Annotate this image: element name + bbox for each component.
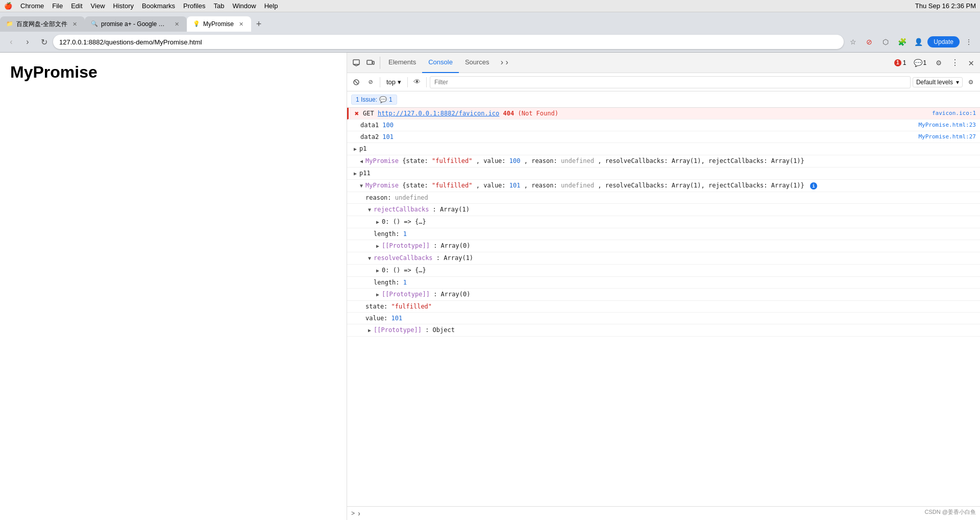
resolvecallbacks-0-toggle[interactable]: [374, 266, 382, 275]
issue-icon: 💬: [379, 96, 387, 103]
device-toolbar-icon[interactable]: [364, 57, 377, 69]
p11-detail-toggle[interactable]: [357, 181, 365, 191]
close-devtools-button[interactable]: ✕: [964, 55, 978, 70]
tree-rejectcallbacks-proto-content: [[Prototype]] : Array(0): [382, 241, 976, 250]
console-log-p1: p1: [347, 143, 980, 155]
tab-close-baidu[interactable]: ✕: [70, 20, 79, 28]
page-content: MyPromise: [0, 53, 347, 520]
p1-detail-toggle[interactable]: [357, 156, 365, 166]
tree-value-content: value: 101: [365, 314, 976, 323]
menu-icon[interactable]: ⋮: [962, 35, 976, 49]
update-button[interactable]: Update: [927, 36, 960, 48]
apple-menu[interactable]: 🍎: [4, 2, 12, 10]
tab-close-google[interactable]: ✕: [173, 20, 181, 28]
log-p11-content: p11: [359, 169, 976, 178]
tree-rejectcallbacks-proto: [[Prototype]] : Array(0): [347, 240, 980, 252]
system-time: Thu Sep 16 2:36 PM: [915, 2, 976, 10]
log-p11-label: p11: [359, 170, 371, 177]
profile-icon[interactable]: 👤: [911, 35, 925, 49]
browser-chrome: 📁 百度网盘-全部文件 ✕ 🔍 promise a+ - Google 搜索 ✕…: [0, 12, 980, 53]
default-levels-selector[interactable]: Default levels ▾: [913, 77, 963, 87]
tab-title-baidu: 百度网盘-全部文件: [16, 20, 67, 29]
bookmark-icon[interactable]: ☆: [846, 35, 860, 49]
tree-value: value: 101: [347, 313, 980, 324]
menu-file[interactable]: File: [52, 2, 63, 10]
tree-rejectcallbacks-0-content: 0: () => {…}: [382, 217, 976, 226]
back-button[interactable]: ‹: [4, 35, 18, 49]
menu-history[interactable]: History: [113, 2, 134, 10]
resolvecallbacks-toggle[interactable]: [365, 253, 374, 263]
address-input[interactable]: [53, 35, 844, 49]
tree-resolvecallbacks-proto-content: [[Prototype]] : Array(0): [382, 290, 976, 299]
info-icon[interactable]: i: [810, 182, 817, 190]
tab-google[interactable]: 🔍 promise a+ - Google 搜索 ✕: [85, 16, 187, 32]
svg-rect-1: [367, 60, 372, 64]
log-data2-label: data2: [360, 133, 382, 140]
new-tab-button[interactable]: +: [251, 16, 266, 32]
eye-icon[interactable]: 👁: [411, 76, 423, 88]
menu-bookmarks[interactable]: Bookmarks: [142, 2, 175, 10]
password-icon[interactable]: ⊘: [862, 35, 876, 49]
refresh-button[interactable]: ↻: [37, 35, 51, 49]
context-selector[interactable]: top ▾: [383, 77, 404, 87]
console-settings-icon[interactable]: ⚙: [965, 76, 977, 88]
block-icon[interactable]: ⊘: [364, 76, 377, 88]
rejectcallbacks-0-toggle[interactable]: [374, 217, 382, 227]
tree-reason: reason: undefined: [347, 192, 980, 204]
more-options-icon[interactable]: ⋮: [948, 56, 962, 70]
filter-input[interactable]: [430, 76, 911, 88]
resolvecallbacks-proto-toggle[interactable]: [374, 290, 382, 299]
rejectcallbacks-toggle[interactable]: [365, 205, 374, 215]
rejectcallbacks-proto-toggle[interactable]: [374, 241, 382, 251]
error-icon: ✖: [353, 109, 361, 118]
address-right: ☆ ⊘ ⬡ 🧩 👤 Update ⋮: [846, 35, 976, 49]
tree-rejectcallbacks-length: length: 1: [347, 228, 980, 240]
forward-button[interactable]: ›: [20, 35, 35, 49]
tree-state: state: "fulfilled": [347, 301, 980, 313]
p11-toggle[interactable]: [351, 169, 359, 178]
more-tabs-button[interactable]: ››: [496, 58, 513, 67]
clear-console-icon[interactable]: [350, 76, 362, 88]
devtools-header: Elements Console Sources ›› 1 1 💬 1 ⚙ ⋮ …: [347, 53, 980, 73]
issue-count-badge[interactable]: 1 Issue: 💬 1: [351, 94, 397, 105]
error-get-label: GET: [363, 110, 378, 117]
extension-icon[interactable]: 🧩: [895, 35, 909, 49]
error-url[interactable]: http://127.0.0.1:8882/favicon.ico: [378, 110, 499, 117]
devtools-header-right: 1 1 💬 1 ⚙ ⋮ ✕: [891, 55, 978, 70]
issue-label: 1 Issue:: [356, 96, 377, 103]
console-log-data2: data2 101 MyPromise.html:27: [347, 131, 980, 143]
console-output[interactable]: ✖ GET http://127.0.0.1:8882/favicon.ico …: [347, 108, 980, 506]
tab-baidu[interactable]: 📁 百度网盘-全部文件 ✕: [0, 16, 85, 32]
log-data2-location[interactable]: MyPromise.html:27: [914, 132, 976, 141]
menu-profiles[interactable]: Profiles: [183, 2, 205, 10]
settings-icon[interactable]: ⚙: [932, 56, 946, 70]
menu-edit[interactable]: Edit: [71, 2, 82, 10]
watermark: CSDN @姜香小白鱼: [925, 508, 976, 516]
tab-sources[interactable]: Sources: [459, 53, 496, 73]
log-data1-value: 100: [382, 122, 394, 129]
console-log-p11: p11: [347, 168, 980, 180]
error-count: 1: [903, 59, 906, 66]
tab-elements[interactable]: Elements: [382, 53, 422, 73]
p1-toggle[interactable]: [351, 144, 359, 154]
menu-help[interactable]: Help: [264, 2, 278, 10]
menu-view[interactable]: View: [91, 2, 105, 10]
warn-badge[interactable]: 💬 1: [911, 58, 929, 67]
log-data1-location[interactable]: MyPromise.html:23: [914, 121, 976, 130]
menu-tab[interactable]: Tab: [213, 2, 224, 10]
translate-icon[interactable]: ⬡: [878, 35, 893, 49]
error-badge[interactable]: 1 1: [891, 58, 910, 67]
p1-detail-content: MyPromise {state: "fulfilled" , value: 1…: [365, 156, 976, 166]
console-p1-detail: MyPromise {state: "fulfilled" , value: 1…: [347, 155, 980, 168]
tree-rejectcallbacks: rejectCallbacks : Array(1): [347, 204, 980, 216]
inspect-element-icon[interactable]: [350, 57, 362, 69]
tab-mypromise[interactable]: 💡 MyPromise ✕: [187, 16, 251, 32]
prototype-toggle[interactable]: [365, 325, 374, 335]
menu-window[interactable]: Window: [232, 2, 256, 10]
tab-console[interactable]: Console: [422, 53, 459, 73]
menu-chrome[interactable]: Chrome: [20, 2, 44, 10]
log-p1-content: p1: [359, 144, 976, 153]
tab-title-google: promise a+ - Google 搜索: [101, 20, 169, 29]
tab-close-mypromise[interactable]: ✕: [237, 20, 245, 28]
error-location[interactable]: favicon.ico:1: [928, 109, 976, 118]
